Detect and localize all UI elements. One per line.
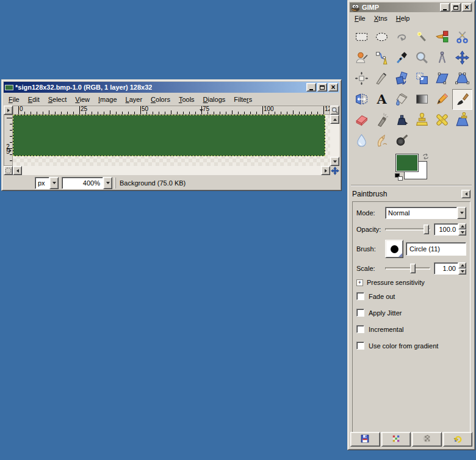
tool-zoom-button[interactable] xyxy=(412,48,432,68)
tool-airbrush-button[interactable] xyxy=(372,110,392,131)
unit-dropdown-button[interactable] xyxy=(49,177,59,189)
tool-shear-button[interactable] xyxy=(432,68,452,89)
close-button[interactable]: × xyxy=(462,3,472,12)
maximize-button[interactable] xyxy=(451,3,461,12)
minimize-button[interactable] xyxy=(440,3,450,12)
tool-paintbrush-button[interactable] xyxy=(452,89,472,110)
tool-dodge-burn-button[interactable] xyxy=(392,131,412,151)
checkbox-box[interactable] xyxy=(356,325,364,333)
brush-name-field[interactable]: Circle (11) xyxy=(406,242,466,256)
menu-view[interactable]: View xyxy=(71,95,94,104)
zoom-follow-button[interactable] xyxy=(330,106,339,115)
checkbox-apply-jitter[interactable]: Apply Jitter xyxy=(356,309,466,317)
tool-perspective-clone-button[interactable] xyxy=(452,110,472,131)
navigation-button[interactable] xyxy=(330,166,339,175)
delete-options-button[interactable] xyxy=(412,432,442,447)
dock-menu-button[interactable] xyxy=(461,190,471,198)
vertical-ruler[interactable]: 25 xyxy=(4,115,13,166)
tool-blend-button[interactable] xyxy=(412,89,432,110)
unit-combo[interactable]: px xyxy=(35,177,59,189)
canvas-menu-button[interactable] xyxy=(4,106,13,115)
tool-move-button[interactable] xyxy=(452,48,472,68)
checkbox-use-color-from-gradient[interactable]: Use color from gradient xyxy=(356,342,466,350)
zoom-dropdown-button[interactable] xyxy=(103,177,112,189)
checkbox-box[interactable] xyxy=(356,342,364,350)
opacity-spinbox[interactable]: 100.0 xyxy=(434,223,466,235)
opacity-spin-up[interactable] xyxy=(458,223,466,229)
scroll-right-button[interactable] xyxy=(321,166,330,175)
brush-preview-button[interactable] xyxy=(385,240,403,258)
toolbox-titlebar[interactable]: GIMP × xyxy=(350,2,473,12)
tool-pencil-button[interactable] xyxy=(432,89,452,110)
default-colors-button[interactable] xyxy=(395,173,405,182)
image-window-titlebar[interactable]: *sign128x32.bmp-1.0 (RGB, 1 layer) 128x3… xyxy=(4,82,339,93)
menu-file[interactable]: File xyxy=(4,95,24,104)
checkbox-box[interactable] xyxy=(356,292,364,300)
tool-perspective-button[interactable] xyxy=(452,68,472,89)
menu-select[interactable]: Select xyxy=(44,95,71,104)
menu-help[interactable]: Help xyxy=(392,13,414,23)
opacity-slider-thumb[interactable] xyxy=(424,225,429,234)
scale-spin-down[interactable] xyxy=(458,268,466,275)
tool-align-button[interactable] xyxy=(352,68,372,89)
scroll-down-button[interactable] xyxy=(330,157,339,166)
tool-clone-button[interactable] xyxy=(412,110,432,131)
quickmask-toggle-button[interactable] xyxy=(4,166,13,175)
horizontal-scrollbar[interactable] xyxy=(13,166,330,175)
tool-paths-button[interactable] xyxy=(372,48,392,68)
mode-dropdown-button[interactable] xyxy=(457,207,466,219)
save-options-button[interactable] xyxy=(350,432,380,447)
tool-select-by-color-button[interactable] xyxy=(432,27,452,48)
tool-scissors-select-button[interactable] xyxy=(452,27,472,48)
tool-free-select-button[interactable] xyxy=(392,27,412,48)
tool-scale-button[interactable] xyxy=(412,68,432,89)
restore-options-button[interactable] xyxy=(381,432,411,447)
tool-rect-select-button[interactable] xyxy=(352,27,372,48)
scroll-up-button[interactable] xyxy=(330,115,339,124)
tool-ellipse-select-button[interactable] xyxy=(372,27,392,48)
tool-measure-button[interactable] xyxy=(432,48,452,68)
opacity-spin-down[interactable] xyxy=(458,229,466,235)
foreground-color-swatch[interactable] xyxy=(395,154,419,172)
swap-colors-button[interactable] xyxy=(422,153,430,162)
maximize-button[interactable] xyxy=(317,83,327,92)
opacity-slider[interactable] xyxy=(385,225,430,234)
scale-spinbox[interactable]: 1.00 xyxy=(434,262,466,275)
scale-slider[interactable] xyxy=(385,264,430,273)
tool-eraser-button[interactable] xyxy=(352,110,372,131)
tool-heal-button[interactable] xyxy=(432,110,452,131)
tool-crop-button[interactable] xyxy=(372,68,392,89)
close-button[interactable]: × xyxy=(328,83,338,92)
menu-dialogs[interactable]: Dialogs xyxy=(199,95,230,104)
checkbox-box[interactable] xyxy=(356,309,364,317)
menu-edit[interactable]: Edit xyxy=(24,95,44,104)
tool-flip-button[interactable] xyxy=(352,89,372,110)
tool-color-picker-button[interactable] xyxy=(392,48,412,68)
tool-text-button[interactable]: A xyxy=(372,89,392,110)
minimize-button[interactable] xyxy=(306,83,316,92)
tool-fuzzy-select-button[interactable] xyxy=(412,27,432,48)
menu-filters[interactable]: Filters xyxy=(229,95,256,104)
scale-slider-thumb[interactable] xyxy=(410,264,416,273)
tool-rotate-button[interactable] xyxy=(392,68,412,89)
tool-smudge-button[interactable] xyxy=(372,131,392,151)
tool-blur-sharpen-button[interactable] xyxy=(352,131,372,151)
reset-options-button[interactable] xyxy=(443,432,473,447)
checkbox-fade-out[interactable]: Fade out xyxy=(356,292,466,300)
menu-image[interactable]: Image xyxy=(94,95,121,104)
vertical-scrollbar[interactable] xyxy=(330,115,339,166)
zoom-combo[interactable]: 400% xyxy=(62,177,112,189)
scale-spin-up[interactable] xyxy=(458,262,466,268)
menu-tools[interactable]: Tools xyxy=(175,95,199,104)
expander-plus-icon[interactable]: + xyxy=(356,279,363,286)
scroll-left-button[interactable] xyxy=(13,166,22,175)
menu-file[interactable]: File xyxy=(350,13,370,23)
menu-colors[interactable]: Colors xyxy=(146,95,175,104)
tool-foreground-select-button[interactable] xyxy=(352,48,372,68)
canvas[interactable] xyxy=(13,115,325,156)
menu-xtns[interactable]: Xtns xyxy=(370,13,392,23)
checkbox-incremental[interactable]: Incremental xyxy=(356,325,466,333)
tool-bucket-fill-button[interactable] xyxy=(392,89,412,110)
mode-combo[interactable]: Normal xyxy=(385,207,466,219)
tool-ink-button[interactable] xyxy=(392,110,412,131)
